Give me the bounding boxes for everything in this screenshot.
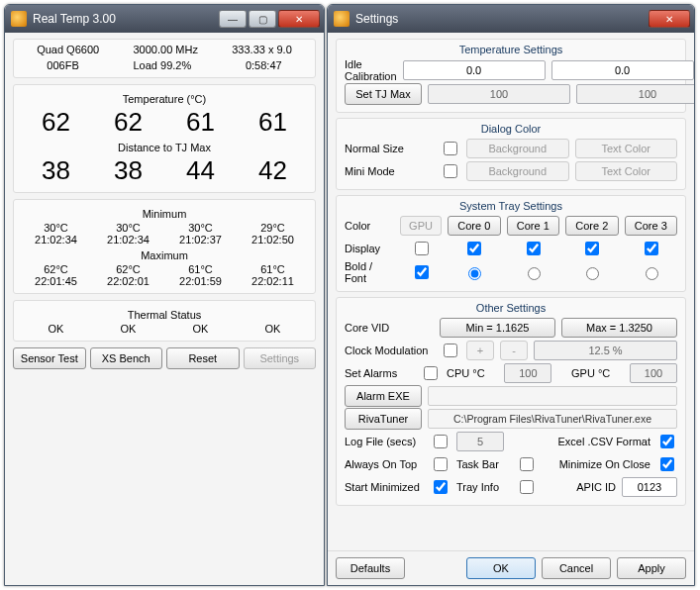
min-t1: 30°C xyxy=(92,222,164,234)
maximum-heading: Maximum xyxy=(20,249,309,261)
sensor-test-button[interactable]: Sensor Test xyxy=(13,347,86,369)
min-on-close-check[interactable] xyxy=(660,457,674,471)
set-tjmax-button[interactable]: Set TJ Max xyxy=(345,83,422,105)
gpu-color-button[interactable]: GPU xyxy=(400,216,442,236)
taskbar-label: Task Bar xyxy=(456,458,510,470)
idle-calibration-label: Idle Calibration xyxy=(345,58,397,82)
vid-max-button[interactable]: Max = 1.3250 xyxy=(561,318,677,338)
thermal0: OK xyxy=(20,323,92,335)
settings-titlebar: Settings ✕ xyxy=(328,5,694,33)
temp-core2: 61 xyxy=(164,107,237,138)
always-on-top-label: Always On Top xyxy=(345,458,424,470)
gpu-alarm-val xyxy=(630,363,677,383)
tray-info-check[interactable] xyxy=(520,480,534,494)
tj0 xyxy=(428,84,570,104)
alarm-exe-path xyxy=(428,386,677,406)
mini-mode-label: Mini Mode xyxy=(345,165,434,177)
clock-mod-check[interactable] xyxy=(444,344,457,357)
thermal2: OK xyxy=(164,323,237,335)
normal-text-button[interactable]: Text Color xyxy=(575,139,678,158)
tray-info-label: Tray Info xyxy=(456,481,510,493)
settings-button[interactable]: Settings xyxy=(244,347,317,369)
clock-minus-button[interactable]: - xyxy=(500,341,528,360)
rivatuner-button[interactable]: RivaTuner xyxy=(345,408,422,430)
display-core2-check[interactable] xyxy=(585,242,599,255)
normal-bg-button[interactable]: Background xyxy=(466,139,569,158)
always-on-top-check[interactable] xyxy=(434,457,448,471)
excel-check[interactable] xyxy=(660,435,674,448)
bold-font-label: Bold / Font xyxy=(345,260,394,284)
rivatuner-path: C:\Program Files\RivaTuner\RivaTuner.exe xyxy=(428,409,677,429)
max-time1: 22:02:01 xyxy=(92,275,164,287)
core1-color-button[interactable]: Core 1 xyxy=(507,216,560,236)
thermal3: OK xyxy=(237,323,309,335)
settings-window: Settings ✕ Temperature Settings Idle Cal… xyxy=(327,4,695,586)
tj1 xyxy=(576,84,694,104)
idle0-input[interactable] xyxy=(403,60,546,80)
dist-core3: 42 xyxy=(237,155,309,186)
close-button[interactable]: ✕ xyxy=(278,10,320,28)
display-core3-check[interactable] xyxy=(645,242,658,255)
dist-core2: 44 xyxy=(164,155,237,186)
app-icon xyxy=(11,11,27,27)
font-core3-radio[interactable] xyxy=(646,267,658,280)
temp-core1: 62 xyxy=(92,107,164,138)
mini-text-button[interactable]: Text Color xyxy=(575,161,678,181)
min-time1: 21:02:34 xyxy=(92,234,164,246)
bold-check[interactable] xyxy=(415,265,429,279)
settings-title: Settings xyxy=(355,12,649,26)
display-gpu-check[interactable] xyxy=(415,242,429,255)
main-titlebar: Real Temp 3.00 — ▢ ✕ xyxy=(5,5,324,33)
cpu-name: Quad Q6600 xyxy=(37,44,99,55)
normal-size-label: Normal Size xyxy=(345,143,434,154)
temp-core0: 62 xyxy=(20,107,92,138)
font-core1-radio[interactable] xyxy=(528,267,541,280)
min-t0: 30°C xyxy=(20,222,92,234)
core2-color-button[interactable]: Core 2 xyxy=(565,216,619,236)
min-time2: 21:02:37 xyxy=(164,234,237,246)
clock-mod-label: Clock Modulation xyxy=(345,344,434,356)
log-file-check[interactable] xyxy=(434,435,448,448)
set-alarms-label: Set Alarms xyxy=(345,367,414,379)
log-file-label: Log File (secs) xyxy=(345,436,424,447)
reset-button[interactable]: Reset xyxy=(166,347,240,369)
max-time3: 22:02:11 xyxy=(237,275,309,287)
temperature-heading: Temperature (°C) xyxy=(20,93,309,105)
start-min-check[interactable] xyxy=(434,480,448,494)
mini-mode-check[interactable] xyxy=(444,164,457,178)
taskbar-check[interactable] xyxy=(520,457,534,471)
dialog-color-heading: Dialog Color xyxy=(345,123,677,135)
maximize-button[interactable]: ▢ xyxy=(249,10,276,28)
cancel-button[interactable]: Cancel xyxy=(542,557,611,579)
min-time0: 21:02:34 xyxy=(20,234,92,246)
font-core2-radio[interactable] xyxy=(586,267,599,280)
thermal1: OK xyxy=(92,323,164,335)
main-title: Real Temp 3.00 xyxy=(33,12,219,26)
display-core1-check[interactable] xyxy=(527,242,541,255)
max-time2: 22:01:59 xyxy=(164,275,237,287)
settings-close-button[interactable]: ✕ xyxy=(649,10,690,28)
minimize-button[interactable]: — xyxy=(219,10,247,28)
vid-min-button[interactable]: Min = 1.1625 xyxy=(440,318,555,338)
clock-plus-button[interactable]: + xyxy=(466,341,494,360)
cpu-alarm-val xyxy=(504,363,551,383)
apply-button[interactable]: Apply xyxy=(617,557,686,579)
idle1-input[interactable] xyxy=(551,60,694,80)
xs-bench-button[interactable]: XS Bench xyxy=(90,347,163,369)
core3-color-button[interactable]: Core 3 xyxy=(625,216,678,236)
display-core0-check[interactable] xyxy=(467,242,481,255)
normal-size-check[interactable] xyxy=(444,142,457,155)
font-core0-radio[interactable] xyxy=(468,267,481,280)
min-time3: 21:02:50 xyxy=(237,234,309,246)
core0-color-button[interactable]: Core 0 xyxy=(448,216,501,236)
temp-settings-heading: Temperature Settings xyxy=(345,44,677,55)
min-on-close-label: Minimize On Close xyxy=(559,458,650,470)
ok-button[interactable]: OK xyxy=(466,557,536,579)
apic-id-input[interactable] xyxy=(622,477,677,497)
dist-core1: 38 xyxy=(92,155,164,186)
set-alarms-check[interactable] xyxy=(424,366,438,380)
mini-bg-button[interactable]: Background xyxy=(466,161,569,181)
alarm-exe-button[interactable]: Alarm EXE xyxy=(345,385,422,407)
min-t3: 29°C xyxy=(237,222,309,234)
defaults-button[interactable]: Defaults xyxy=(336,557,405,579)
